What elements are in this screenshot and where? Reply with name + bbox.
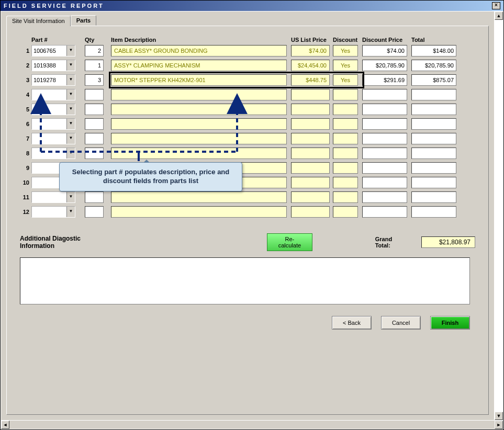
scroll-up-button[interactable]: ▲: [495, 12, 503, 20]
part-input[interactable]: [32, 119, 66, 129]
grid-row-3: 3▼: [20, 74, 475, 86]
price-field: [291, 162, 330, 174]
total-input[interactable]: [411, 60, 456, 71]
row-number: 1: [20, 48, 29, 54]
chevron-down-icon[interactable]: ▼: [66, 89, 75, 100]
close-button[interactable]: ×: [492, 2, 500, 9]
part-combo[interactable]: ▼: [31, 60, 75, 71]
horizontal-scrollbar[interactable]: ◄ ►: [1, 421, 503, 429]
discount-price-input[interactable]: [362, 148, 407, 159]
discount-price-input[interactable]: [362, 45, 407, 56]
qty-input[interactable]: [85, 74, 104, 86]
title-bar: FIELD SERVICE REPORT ×: [1, 1, 503, 11]
chevron-down-icon[interactable]: ▼: [66, 104, 75, 115]
price-field: [291, 60, 330, 71]
desc-field: [111, 191, 287, 203]
qty-input[interactable]: [85, 191, 104, 203]
discount-price-input[interactable]: [362, 177, 407, 188]
scroll-right-button[interactable]: ►: [495, 421, 503, 429]
total-input[interactable]: [411, 133, 456, 144]
part-input[interactable]: [32, 46, 66, 56]
chevron-down-icon[interactable]: ▼: [66, 133, 75, 144]
row-number: 8: [20, 150, 29, 156]
discount-field: [333, 148, 358, 159]
chevron-down-icon[interactable]: ▼: [66, 207, 75, 217]
discount-price-input[interactable]: [362, 89, 407, 100]
chevron-down-icon[interactable]: ▼: [66, 75, 75, 85]
part-combo[interactable]: ▼: [31, 118, 75, 130]
chevron-down-icon[interactable]: ▼: [66, 46, 75, 56]
discount-price-input[interactable]: [362, 191, 407, 203]
bottom-section: Additional Diagostic Information Re-calc…: [20, 233, 475, 330]
price-field: [291, 118, 330, 130]
grid-row-8: 8▼: [20, 148, 475, 159]
qty-input[interactable]: [85, 118, 104, 130]
chevron-down-icon[interactable]: ▼: [66, 148, 75, 159]
grid-row-6: 6▼: [20, 118, 475, 130]
row-number: 4: [20, 92, 29, 98]
qty-input[interactable]: [85, 206, 104, 218]
part-combo[interactable]: ▼: [31, 104, 75, 115]
header-dprice: Discount Price: [362, 37, 407, 43]
total-input[interactable]: [411, 206, 456, 218]
part-input[interactable]: [32, 192, 66, 202]
part-input[interactable]: [32, 89, 66, 100]
discount-price-input[interactable]: [362, 74, 407, 86]
total-input[interactable]: [411, 162, 456, 174]
part-input[interactable]: [32, 133, 66, 144]
total-input[interactable]: [411, 89, 456, 100]
discount-field: [333, 133, 358, 144]
part-combo[interactable]: ▼: [31, 133, 75, 144]
qty-input[interactable]: [85, 60, 104, 71]
discount-price-input[interactable]: [362, 206, 407, 218]
finish-button[interactable]: Finish: [430, 316, 470, 330]
grid-row-1: 1▼: [20, 45, 475, 56]
chevron-down-icon[interactable]: ▼: [66, 192, 75, 202]
recalculate-button[interactable]: Re-calculate: [267, 233, 312, 251]
total-input[interactable]: [411, 118, 456, 130]
client-area: Site Visit Information Parts Part # Qty …: [1, 12, 494, 420]
discount-price-input[interactable]: [362, 133, 407, 144]
diagnostic-textarea[interactable]: [20, 257, 470, 304]
part-combo[interactable]: ▼: [31, 191, 75, 203]
total-input[interactable]: [411, 104, 456, 115]
part-input[interactable]: [32, 148, 66, 159]
part-combo[interactable]: ▼: [31, 45, 75, 56]
tab-parts[interactable]: Parts: [71, 15, 97, 26]
total-input[interactable]: [411, 177, 456, 188]
total-input[interactable]: [411, 148, 456, 159]
discount-price-input[interactable]: [362, 60, 407, 71]
chevron-down-icon[interactable]: ▼: [66, 60, 75, 71]
part-input[interactable]: [32, 60, 66, 71]
part-combo[interactable]: ▼: [31, 148, 75, 159]
part-combo[interactable]: ▼: [31, 89, 75, 100]
scroll-left-button[interactable]: ◄: [1, 421, 9, 429]
qty-input[interactable]: [85, 45, 104, 56]
qty-input[interactable]: [85, 89, 104, 100]
back-button[interactable]: < Back: [332, 316, 372, 330]
desc-field: [111, 89, 287, 100]
chevron-down-icon[interactable]: ▼: [66, 119, 75, 129]
qty-input[interactable]: [85, 133, 104, 144]
qty-input[interactable]: [85, 148, 104, 159]
part-combo[interactable]: ▼: [31, 74, 75, 86]
tab-site-visit[interactable]: Site Visit Information: [6, 16, 71, 26]
discount-price-input[interactable]: [362, 104, 407, 115]
part-combo[interactable]: ▼: [31, 206, 75, 218]
total-input[interactable]: [411, 191, 456, 203]
total-input[interactable]: [411, 45, 456, 56]
scroll-down-button[interactable]: ▼: [495, 412, 503, 420]
cancel-button[interactable]: Cancel: [381, 316, 421, 330]
header-price: US List Price: [291, 37, 330, 43]
tab-strip: Site Visit Information Parts: [6, 16, 96, 26]
part-input[interactable]: [32, 75, 66, 85]
discount-price-input[interactable]: [362, 162, 407, 174]
header-total: Total: [411, 37, 456, 43]
part-input[interactable]: [32, 207, 66, 217]
grid-row-12: 12▼: [20, 206, 475, 218]
part-input[interactable]: [32, 104, 66, 115]
grid-row-2: 2▼: [20, 60, 475, 71]
qty-input[interactable]: [85, 104, 104, 115]
total-input[interactable]: [411, 74, 456, 86]
discount-price-input[interactable]: [362, 118, 407, 130]
